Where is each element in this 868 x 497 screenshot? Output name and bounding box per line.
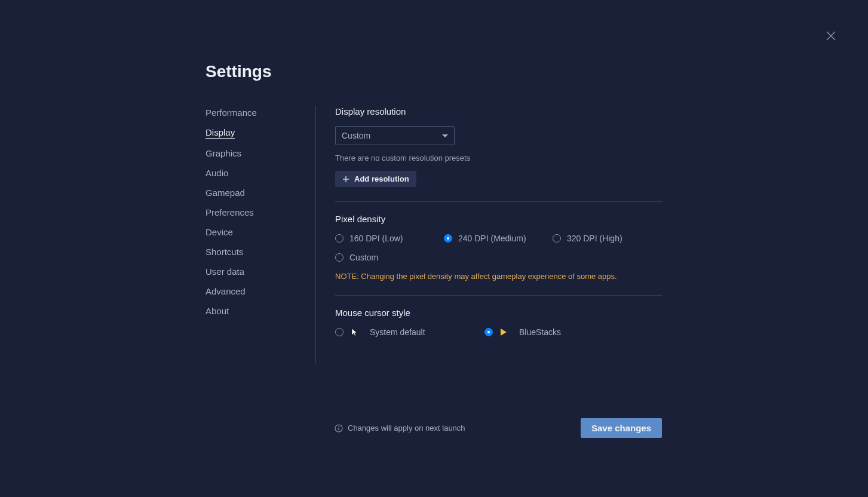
sidebar-item-graphics[interactable]: Graphics xyxy=(206,148,241,158)
save-changes-button[interactable]: Save changes xyxy=(581,418,662,438)
info-icon xyxy=(335,424,343,432)
section-display-resolution: Display resolution Custom There are no c… xyxy=(335,106,662,202)
sidebar-item-about[interactable]: About xyxy=(206,306,229,316)
radio-icon xyxy=(335,328,343,336)
radio-label: 240 DPI (Medium) xyxy=(458,234,526,243)
sidebar-item-gamepad[interactable]: Gamepad xyxy=(206,188,245,198)
cursor-bluestacks-icon xyxy=(499,328,508,336)
plus-icon xyxy=(342,176,349,183)
radio-cursor-bluestacks[interactable]: BlueStacks xyxy=(484,327,561,337)
cursor-label: System default xyxy=(370,327,425,337)
sidebar-item-audio[interactable]: Audio xyxy=(206,168,228,178)
footer-note-text: Changes will apply on next launch xyxy=(348,424,465,432)
svg-point-5 xyxy=(338,426,339,427)
cursor-label: BlueStacks xyxy=(519,327,561,337)
section-pixel-density: Pixel density 160 DPI (Low) 240 DPI (Med… xyxy=(335,214,662,296)
close-button[interactable] xyxy=(825,30,837,42)
radio-dpi-160[interactable]: 160 DPI (Low) xyxy=(335,234,444,243)
page-title: Settings xyxy=(206,62,662,81)
mouse-cursor-title: Mouse cursor style xyxy=(335,308,662,318)
radio-icon xyxy=(335,253,343,262)
resolution-helper-text: There are no custom resolution presets xyxy=(335,154,662,162)
pixel-density-title: Pixel density xyxy=(335,214,662,224)
add-resolution-label: Add resolution xyxy=(354,174,409,183)
sidebar-item-device[interactable]: Device xyxy=(206,227,233,237)
pixel-density-note: NOTE: Changing the pixel density may aff… xyxy=(335,272,662,281)
radio-icon xyxy=(444,234,452,243)
section-mouse-cursor: Mouse cursor style System default xyxy=(335,308,662,351)
sidebar-item-user-data[interactable]: User data xyxy=(206,266,244,277)
radio-label: 160 DPI (Low) xyxy=(349,234,403,243)
sidebar-item-shortcuts[interactable]: Shortcuts xyxy=(206,247,243,257)
sidebar-item-preferences[interactable]: Preferences xyxy=(206,207,254,217)
radio-icon xyxy=(335,234,343,243)
radio-label: 320 DPI (High) xyxy=(567,234,622,243)
sidebar-item-advanced[interactable]: Advanced xyxy=(206,286,246,296)
radio-icon xyxy=(484,328,493,336)
radio-dpi-custom[interactable]: Custom xyxy=(335,253,444,262)
radio-dpi-240[interactable]: 240 DPI (Medium) xyxy=(444,234,553,243)
radio-dpi-320[interactable]: 320 DPI (High) xyxy=(553,234,661,243)
close-icon xyxy=(825,30,837,42)
sidebar-item-display[interactable]: Display xyxy=(206,127,235,139)
sidebar-item-performance[interactable]: Performance xyxy=(206,108,257,118)
display-resolution-title: Display resolution xyxy=(335,106,662,116)
settings-sidebar: Performance Display Graphics Audio Gamep… xyxy=(206,106,316,363)
add-resolution-button[interactable]: Add resolution xyxy=(335,171,416,187)
radio-label: Custom xyxy=(349,253,378,262)
footer-note: Changes will apply on next launch xyxy=(335,424,465,432)
resolution-select[interactable]: Custom xyxy=(335,126,455,145)
caret-down-icon xyxy=(442,134,448,137)
cursor-system-icon xyxy=(349,328,359,336)
resolution-select-value: Custom xyxy=(342,131,370,140)
radio-icon xyxy=(553,234,561,243)
radio-cursor-system-default[interactable]: System default xyxy=(335,327,484,337)
